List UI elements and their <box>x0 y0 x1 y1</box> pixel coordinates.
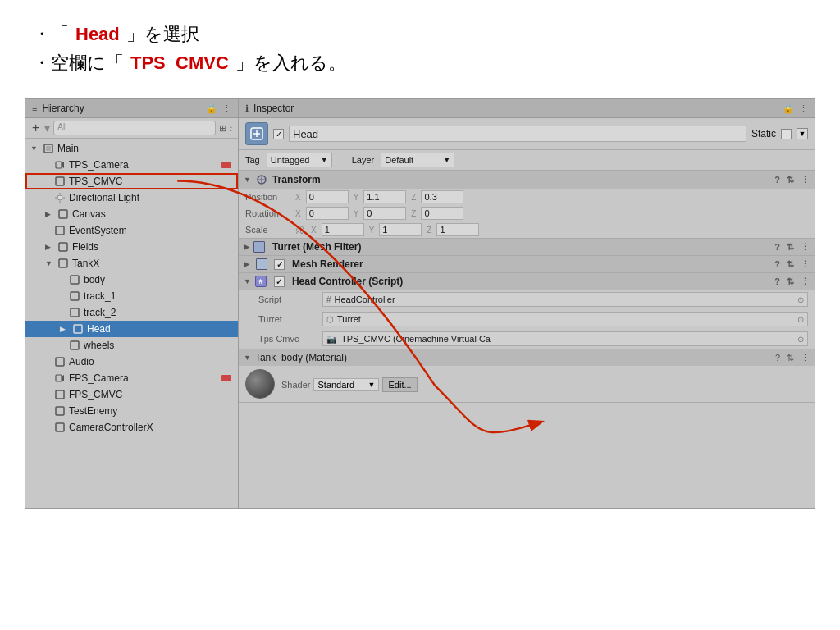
tree-item-canvas[interactable]: ▶ Canvas <box>25 206 238 222</box>
arrow-head: ▶ <box>60 325 71 333</box>
shader-value-text: Standard <box>317 380 354 390</box>
icon-fps-camera <box>53 372 66 385</box>
tree-item-track1[interactable]: track_1 <box>25 288 238 304</box>
transform-header[interactable]: ▼ Transform ? ⇅ ⋮ <box>239 171 815 189</box>
tree-item-audio[interactable]: Audio <box>25 354 238 370</box>
scl-z-input[interactable] <box>436 223 479 236</box>
label-track2: track_2 <box>84 307 116 318</box>
object-enabled-checkbox[interactable]: ✓ <box>273 129 284 139</box>
label-dir-light: Directional Light <box>69 192 139 203</box>
icon-testenemy <box>53 404 66 418</box>
material-edit-button[interactable]: Edit... <box>382 377 417 392</box>
icon-main <box>42 142 55 155</box>
mesh-filter-header[interactable]: ▶ Turret (Mesh Filter) ? ⇅ ⋮ <box>239 239 815 255</box>
tree-item-head[interactable]: ▶ Head <box>25 321 238 337</box>
head-controller-help: ? <box>774 276 780 287</box>
svg-rect-2 <box>56 162 62 168</box>
tree-item-body[interactable]: body <box>25 272 238 288</box>
rot-z-axis: Z <box>411 209 416 218</box>
scl-y-input[interactable] <box>379 223 422 236</box>
material-header[interactable]: ▼ Tank_body (Material) ? ⇅ ⋮ <box>239 349 815 366</box>
svg-rect-4 <box>56 177 64 185</box>
static-checkbox[interactable] <box>781 129 792 139</box>
script-value-field[interactable]: # HeadController ⊙ <box>322 292 808 307</box>
position-row: Position X Y Z <box>239 189 815 205</box>
object-name-input[interactable] <box>289 126 746 142</box>
mesh-renderer-header[interactable]: ▶ ✓ Mesh Renderer ? ⇅ ⋮ <box>239 256 815 272</box>
tree-item-track2[interactable]: track_2 <box>25 304 238 321</box>
search-input[interactable]: All <box>53 121 215 135</box>
tree-item-directional-light[interactable]: Directional Light <box>25 189 238 206</box>
shader-label: Shader <box>281 380 310 390</box>
pos-z-input[interactable] <box>421 190 463 203</box>
inspector-title: Inspector <box>253 103 778 114</box>
arrow-tankx: ▼ <box>45 259 57 267</box>
unity-editor: ≡ Hierarchy 🔒 ⋮ + ▾ All ⊞ ↕ ▼ <box>25 98 815 509</box>
pos-y-input[interactable] <box>363 190 406 203</box>
label-body: body <box>84 274 105 285</box>
lock-icon: 🔒 <box>206 103 217 114</box>
hash-icon: # <box>326 295 331 304</box>
turret-value-field[interactable]: ⬡ Turret ⊙ <box>322 312 808 326</box>
tree-item-tps-cmvc[interactable]: TPS_CMVC <box>25 173 238 189</box>
icon-head <box>71 322 84 336</box>
tree-item-cameracontrollerx[interactable]: CameraControllerX <box>25 419 238 436</box>
rot-x-input[interactable] <box>306 207 349 220</box>
svg-rect-11 <box>56 226 64 235</box>
rot-y-input[interactable] <box>363 207 406 220</box>
tree-item-fps-cmvc[interactable]: FPS_CMVC <box>25 386 238 403</box>
line2-suffix: 」を入れる。 <box>235 48 346 77</box>
pos-x-input[interactable] <box>306 190 349 203</box>
tag-dropdown-arrow: ▼ <box>321 156 328 164</box>
tree-item-eventsystem[interactable]: EventSystem <box>25 222 238 239</box>
highlight-tps: TPS_CMVC <box>130 48 229 77</box>
tag-layer-row: Tag Untagged ▼ Layer Default ▼ <box>239 150 815 171</box>
script-field-row: Script # HeadController ⊙ <box>239 290 815 309</box>
head-controller-component: ▼ # ✓ Head Controller (Script) ? ⇅ ⋮ Scr… <box>239 273 815 349</box>
turret-obj-icon: ⬡ <box>326 315 334 324</box>
tpscmvc-value-field[interactable]: 📷 TPS_CMVC (Cinemachine Virtual Ca ⊙ <box>322 331 808 346</box>
svg-rect-22 <box>56 390 64 399</box>
layer-dropdown[interactable]: Default ▼ <box>381 153 454 167</box>
label-tps-cmvc: TPS_CMVC <box>69 176 122 187</box>
hierarchy-title: Hierarchy <box>42 103 201 114</box>
layer-label: Layer <box>352 155 375 165</box>
mesh-renderer-enabled[interactable]: ✓ <box>274 259 285 270</box>
mesh-filter-help: ? <box>774 242 780 253</box>
fps-camera-shape <box>221 375 231 381</box>
label-track1: track_1 <box>84 290 116 302</box>
hierarchy-tree: ▼ Main TPS_Camera <box>25 139 238 508</box>
head-controller-header[interactable]: ▼ # ✓ Head Controller (Script) ? ⇅ ⋮ <box>239 273 815 290</box>
tpscmvc-cam-icon: 📷 <box>326 335 336 344</box>
tree-item-tankx[interactable]: ▼ TankX <box>25 255 238 272</box>
transform-help-icon: ? <box>774 175 780 185</box>
static-dropdown[interactable]: ▼ <box>797 128 808 139</box>
tree-item-testenemy[interactable]: TestEnemy <box>25 403 238 419</box>
svg-rect-12 <box>59 243 67 251</box>
camera-badge-fps <box>220 372 233 385</box>
head-controller-enabled[interactable]: ✓ <box>274 276 285 287</box>
rot-z-input[interactable] <box>421 207 463 220</box>
instruction-line-2: ・空欄に「TPS_CMVC」を入れる。 <box>33 48 807 77</box>
tag-dropdown[interactable]: Untagged ▼ <box>267 153 332 167</box>
mesh-filter-actions: ? ⇅ ⋮ <box>774 242 810 253</box>
label-main: Main <box>57 143 79 154</box>
instruction-line-1: ・「Head」を選択 <box>33 20 807 48</box>
rot-y-axis: Y <box>354 209 359 218</box>
tag-value: Untagged <box>271 155 310 165</box>
scl-x-input[interactable] <box>322 223 364 236</box>
mesh-renderer-component: ▶ ✓ Mesh Renderer ? ⇅ ⋮ <box>239 256 815 273</box>
shader-dropdown[interactable]: Standard ▼ <box>313 378 379 391</box>
add-button[interactable]: + <box>30 121 41 135</box>
tree-item-fields[interactable]: ▶ Fields <box>25 239 238 255</box>
tree-item-wheels[interactable]: wheels <box>25 337 238 354</box>
tree-item-fps-camera[interactable]: FPS_Camera <box>25 370 238 386</box>
label-cameracontrollerx: CameraControllerX <box>69 422 153 433</box>
mesh-filter-more: ⋮ <box>801 242 810 253</box>
material-more: ⋮ <box>801 353 810 363</box>
svg-rect-20 <box>56 375 62 381</box>
svg-rect-19 <box>56 358 64 366</box>
mesh-filter-title: Turret (Mesh Filter) <box>272 241 770 253</box>
tree-item-tps-camera[interactable]: TPS_Camera <box>25 157 238 173</box>
tree-item-main[interactable]: ▼ Main <box>25 140 238 157</box>
